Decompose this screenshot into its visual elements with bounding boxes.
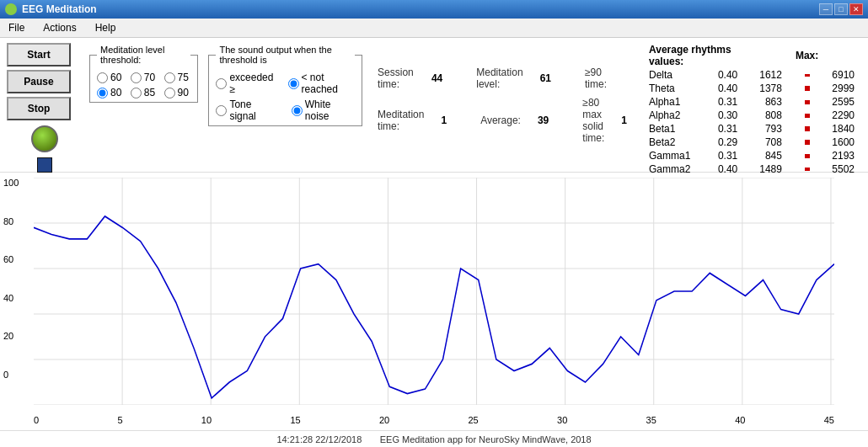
start-button[interactable]: Start <box>7 43 71 67</box>
rhythm-value: 863 <box>753 95 789 109</box>
rhythm-max: 1840 <box>825 122 861 136</box>
rhythm-table: Average rhythms values: Max: Delta 0.40 … <box>642 43 861 167</box>
rhythm-name: Alpha2 <box>642 109 711 122</box>
rhythm-value: 845 <box>753 149 789 162</box>
meditation-chart <box>34 178 834 405</box>
footer: 14:21:28 22/12/2018 EEG Meditation app f… <box>0 430 868 447</box>
rhythm-name: Gamma1 <box>642 149 711 162</box>
y-axis: 100 80 60 40 20 0 <box>3 178 19 380</box>
rhythm-bar-cell <box>789 136 825 149</box>
rhythm-value: 1612 <box>753 68 789 82</box>
sound-white-noise[interactable]: White noise <box>292 98 355 122</box>
threshold-85[interactable]: 85 <box>131 87 158 98</box>
meditation-level-value: 61 <box>540 72 551 84</box>
rhythm-max: 2193 <box>825 149 861 162</box>
sound-output-row1: exceeded ≥ < not reached <box>216 72 355 95</box>
rhythm-max: 2999 <box>825 82 861 95</box>
rhythm-value: 793 <box>753 122 789 136</box>
sound-fieldset: The sound output when the threshold is e… <box>208 45 362 126</box>
rhythm-avg: 0.40 <box>711 82 753 95</box>
rhythm-bar-cell <box>789 95 825 109</box>
menu-actions[interactable]: Actions <box>38 20 81 35</box>
rhythm-max: 6910 <box>825 68 861 82</box>
threshold-75[interactable]: 75 <box>164 72 191 83</box>
rhythm-value: 1378 <box>753 82 789 95</box>
x-axis: 0 5 10 15 20 25 30 35 40 45 <box>34 415 834 425</box>
session-time-label: Session time: <box>378 67 415 90</box>
average-label: Average: <box>480 114 521 126</box>
stats-section: Session time: 44 Meditation level: 61 ≥9… <box>369 43 635 167</box>
rhythm-name: Delta <box>642 68 711 82</box>
menu-help[interactable]: Help <box>90 20 121 35</box>
pause-button[interactable]: Pause <box>7 70 71 93</box>
rhythm-avg: 0.31 <box>711 122 753 136</box>
rhythm-max: 2290 <box>825 109 861 122</box>
meditation-level-label: Meditation level: <box>476 67 522 90</box>
meditation-time-value: 1 <box>441 114 447 126</box>
rhythm-avg: 0.30 <box>711 109 753 122</box>
sound-legend: The sound output when the threshold is <box>216 45 355 65</box>
sound-output-row2: Tone signal White noise <box>216 98 355 122</box>
rhythm-header-label: Average rhythms values: <box>642 43 753 68</box>
sound-not-reached[interactable]: < not reached <box>288 72 356 95</box>
rhythm-bar-cell <box>789 109 825 122</box>
ge90-time-label: ≥90 time: <box>585 67 610 90</box>
title-bar: EEG Meditation ─ □ ✕ <box>0 0 868 19</box>
green-indicator <box>31 125 58 152</box>
rhythm-avg: 0.40 <box>711 68 753 82</box>
rhythm-name: Beta1 <box>642 122 711 136</box>
rhythm-avg: 0.29 <box>711 136 753 149</box>
rhythm-max: 1600 <box>825 136 861 149</box>
rhythm-bar-cell <box>789 149 825 162</box>
rhythm-bar-cell <box>789 82 825 95</box>
threshold-80[interactable]: 80 <box>97 87 124 98</box>
close-button[interactable]: ✕ <box>849 3 863 15</box>
rhythm-header-max: Max: <box>789 43 825 68</box>
chart-area: 100 80 60 40 20 0 0 5 10 15 20 25 30 35 … <box>0 173 868 430</box>
threshold-60[interactable]: 60 <box>97 72 124 83</box>
rhythm-name: Theta <box>642 82 711 95</box>
minimize-button[interactable]: ─ <box>819 3 833 15</box>
main-content: Start Pause Stop Meditation level thresh… <box>0 38 868 447</box>
control-buttons: Start Pause Stop <box>7 43 74 120</box>
rhythm-value: 708 <box>753 136 789 149</box>
threshold-options: 60 70 75 80 85 90 <box>97 72 190 98</box>
stop-button[interactable]: Stop <box>7 97 71 120</box>
rhythm-avg: 0.31 <box>711 149 753 162</box>
rhythm-avg: 0.31 <box>711 95 753 109</box>
window-title: EEG Meditation <box>22 3 97 15</box>
ge80-max-label: ≥80 max solid time: <box>582 97 604 144</box>
rhythm-bar-cell <box>789 68 825 82</box>
rhythm-name: Beta2 <box>642 136 711 149</box>
top-panel: Start Pause Stop Meditation level thresh… <box>0 38 868 173</box>
average-value: 39 <box>538 114 549 126</box>
rhythm-bar-cell <box>789 122 825 136</box>
sound-exceeded[interactable]: exceeded ≥ <box>216 72 274 95</box>
footer-timestamp: 14:21:28 22/12/2018 <box>276 434 362 444</box>
maximize-button[interactable]: □ <box>834 3 848 15</box>
ge80-max-value: 1 <box>621 114 627 126</box>
session-time-value: 44 <box>431 72 442 84</box>
meditation-time-label: Meditation time: <box>378 109 424 132</box>
blue-indicator <box>37 157 52 173</box>
threshold-90[interactable]: 90 <box>164 87 191 98</box>
threshold-70[interactable]: 70 <box>131 72 158 83</box>
stat-row-1: Session time: 44 Meditation level: 61 ≥9… <box>378 67 627 90</box>
app-icon <box>5 3 17 15</box>
footer-app-name: EEG Meditation app for NeuroSky MindWave… <box>380 434 592 444</box>
rhythm-max: 2595 <box>825 95 861 109</box>
rhythm-value: 808 <box>753 109 789 122</box>
window-controls: ─ □ ✕ <box>819 3 863 15</box>
stat-row-2: Meditation time: 1 Average: 39 ≥80 max s… <box>378 97 627 144</box>
sound-tone[interactable]: Tone signal <box>216 98 277 122</box>
rhythm-name: Alpha1 <box>642 95 711 109</box>
menu-bar: File Actions Help <box>0 19 868 38</box>
indicators <box>7 125 83 173</box>
threshold-fieldset: Meditation level threshold: 60 70 75 80 … <box>89 45 198 103</box>
menu-file[interactable]: File <box>3 20 29 35</box>
threshold-legend: Meditation level threshold: <box>97 45 190 65</box>
